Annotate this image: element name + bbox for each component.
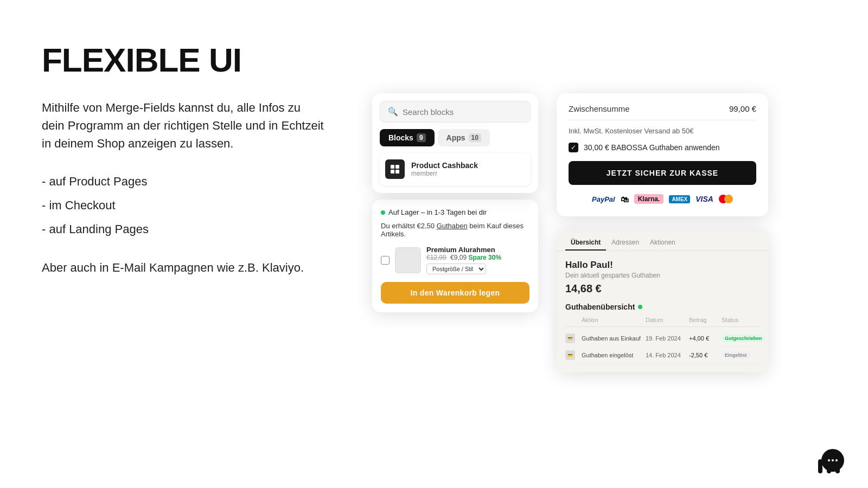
svg-rect-1 [395,165,399,169]
block-icon [385,159,405,179]
transactions-table: Aktion Datum Betrag Status 💳 Guthaben au… [565,317,760,364]
closing-text: Aber auch in E-Mail Kampagnen wie z.B. K… [42,259,324,277]
bullet-3: - auf Landing Pages [42,217,324,241]
tab-apps[interactable]: Apps 10 [438,129,490,146]
klarna-icon: Klarna. [634,192,664,206]
account-balance: 14,68 € [565,282,760,295]
cashback-checkbox[interactable]: ✓ [569,143,578,152]
bullet-2: - im Checkout [42,194,324,217]
product-card: Auf Lager – in 1-3 Tagen bei dir Du erhä… [372,200,538,312]
tabs-row: Blocks 9 Apps 10 [380,129,531,146]
trans-icon-1: 💳 [565,350,575,360]
balance-green-dot [638,305,642,309]
search-box-container[interactable]: 🔍 [380,101,531,123]
shipping-text: Inkl. MwSt. Kostenloser Versand ab 50€ [569,127,756,135]
svg-rect-2 [391,170,394,174]
svg-rect-3 [395,170,399,174]
svg-rect-0 [391,165,394,169]
search-input[interactable] [403,107,522,117]
tab-ubersicht[interactable]: Übersicht [565,235,606,251]
checkout-divider [569,120,756,120]
amex-icon: AMEX [669,192,690,206]
cashback-apply-row: ✓ 30,00 € BABOSSA Guthaben anwenden [569,143,756,152]
account-body: Hallo Paul! Dein aktuell gespartes Gutha… [557,251,768,373]
checkout-cta-button[interactable]: JETZT SICHER ZUR KASSE [569,161,756,185]
paypal-icon: PayPal [592,192,615,206]
search-blocks-card: 🔍 Blocks 9 Apps 10 Product Cashback memb… [372,93,538,193]
tab-aktionen[interactable]: Aktionen [644,235,681,251]
visa-icon: VISA [695,192,713,206]
bullet-list: - auf Product Pages - im Checkout - auf … [42,170,324,241]
table-row: 💳 Guthaben aus Einkauf 19. Feb 2024 +4,0… [565,330,760,347]
chat-icon [828,459,838,461]
checkout-subtotal-row: Zwischensumme 99,00 € [569,104,756,113]
product-checkbox[interactable] [381,256,390,265]
account-sub: Dein aktuell gespartes Guthaben [565,272,760,279]
stock-dot [381,210,385,215]
table-row: 💳 Guthaben eingelöst 14. Feb 2024 -2,50 … [565,347,760,364]
tab-adressen[interactable]: Adressen [606,235,644,251]
tab-blocks[interactable]: Blocks 9 [380,129,435,146]
checkout-card: Zwischensumme 99,00 € Inkl. MwSt. Kosten… [557,93,768,216]
cashback-text: Du erhältst €2,50 Guthaben beim Kauf die… [381,222,529,238]
block-item[interactable]: Product Cashback memberr [380,153,531,185]
search-icon: 🔍 [388,107,398,117]
product-row: Premium Alurahmen €12,99 €9,09 Spare 30%… [381,246,529,274]
add-to-cart-button[interactable]: In den Warenkorb legen [381,282,529,304]
amazon-icon: 🛍 [621,192,629,206]
account-tabs: Übersicht Adressen Aktionen [557,229,768,251]
bullet-1: - auf Product Pages [42,170,324,194]
trans-icon-0: 💳 [565,333,575,343]
product-thumbnail [395,247,421,273]
account-greeting: Hallo Paul! [565,260,760,271]
stock-badge: Auf Lager – in 1-3 Tagen bei dir [381,208,529,216]
block-info: Product Cashback memberr [411,161,478,177]
balance-section-title: Guthabenübersicht [565,303,760,311]
trans-header: Aktion Datum Betrag Status [565,317,760,327]
product-details: Premium Alurahmen €12,99 €9,09 Spare 30%… [426,246,501,274]
variant-select[interactable]: Postgröße / Stil [426,264,486,274]
payment-icons: PayPal 🛍 Klarna. AMEX VISA [569,192,756,206]
left-panel: FLEXIBLE UI Mithilfe von Merge-Fields ka… [42,43,324,277]
page-title: FLEXIBLE UI [42,43,324,77]
description-para1: Mithilfe von Merge-Fields kannst du, all… [42,99,324,152]
chat-bubble[interactable] [821,449,844,472]
mastercard-icon [719,192,733,206]
account-card: Übersicht Adressen Aktionen Hallo Paul! … [557,229,768,373]
